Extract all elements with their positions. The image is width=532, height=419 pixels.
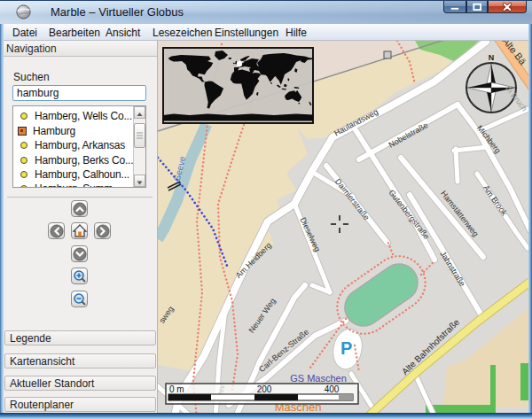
svg-text:P: P	[340, 338, 352, 358]
svg-text:0 m: 0 m	[169, 384, 184, 394]
svg-text:GS Maschen: GS Maschen	[290, 373, 347, 384]
svg-text:200: 200	[257, 384, 272, 394]
svg-text:400: 400	[325, 384, 340, 394]
svg-text:N: N	[489, 53, 495, 62]
